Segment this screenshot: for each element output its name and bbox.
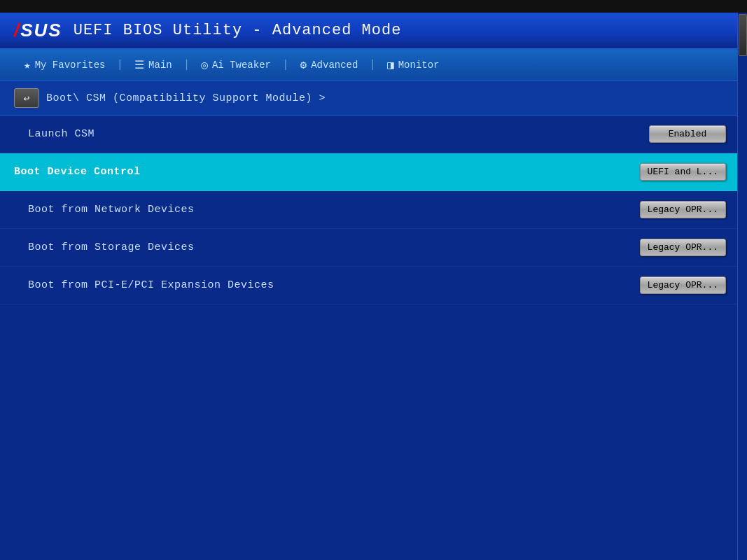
setting-label-boot-network: Boot from Network Devices — [28, 204, 195, 216]
nav-item-advanced[interactable]: ⚙ Advanced — [291, 55, 368, 75]
back-button[interactable]: ↩ — [14, 88, 39, 108]
setting-value-boot-device-control[interactable]: UEFI and L... — [640, 163, 726, 181]
scrollbar[interactable] — [737, 13, 747, 560]
setting-label-boot-device-control: Boot Device Control — [14, 166, 141, 178]
nav-sep-1: | — [115, 59, 125, 71]
header-title: UEFI BIOS Utility - Advanced Mode — [74, 22, 402, 39]
breadcrumb-text: Boot\ CSM (Compatibility Support Module)… — [46, 92, 326, 104]
main-icon: ☰ — [134, 58, 144, 72]
nav-sep-2: | — [182, 59, 192, 71]
monitor-icon: ◨ — [387, 58, 394, 72]
nav-item-ai-tweaker[interactable]: ◎ Ai Tweaker — [191, 55, 281, 75]
setting-label-boot-pci: Boot from PCI-E/PCI Expansion Devices — [28, 279, 274, 291]
setting-value-launch-csm[interactable]: Enabled — [649, 125, 726, 143]
ai-tweaker-icon: ◎ — [201, 58, 208, 72]
nav-item-main[interactable]: ☰ Main — [125, 55, 182, 75]
main-content: Launch CSM Enabled Boot Device Control U… — [0, 115, 747, 304]
advanced-icon: ⚙ — [300, 58, 307, 72]
nav-label-main: Main — [148, 59, 172, 71]
top-bar — [0, 0, 747, 13]
scrollbar-thumb[interactable] — [739, 14, 747, 56]
nav-sep-3: | — [281, 59, 291, 71]
breadcrumb-bar: ↩ Boot\ CSM (Compatibility Support Modul… — [0, 81, 747, 115]
setting-value-boot-pci[interactable]: Legacy OPR... — [640, 276, 726, 294]
nav-label-ai-tweaker: Ai Tweaker — [212, 59, 271, 71]
nav-label-advanced: Advanced — [311, 59, 358, 71]
asus-logo: /SUS — [14, 20, 62, 41]
setting-row-boot-device-control[interactable]: Boot Device Control UEFI and L... — [0, 153, 747, 191]
setting-row-boot-pci: Boot from PCI-E/PCI Expansion Devices Le… — [0, 267, 747, 304]
nav-item-favorites[interactable]: ★ My Favorites — [14, 55, 115, 75]
setting-label-launch-csm: Launch CSM — [28, 128, 95, 140]
setting-row-boot-storage: Boot from Storage Devices Legacy OPR... — [0, 229, 747, 267]
favorites-icon: ★ — [24, 58, 31, 72]
setting-value-boot-network[interactable]: Legacy OPR... — [640, 201, 726, 218]
nav-bar: ★ My Favorites | ☰ Main | ◎ Ai Tweaker |… — [0, 50, 747, 81]
nav-item-monitor[interactable]: ◨ Monitor — [377, 55, 449, 75]
header: /SUS UEFI BIOS Utility - Advanced Mode — [0, 13, 747, 50]
setting-label-boot-storage: Boot from Storage Devices — [28, 241, 195, 253]
nav-sep-4: | — [368, 59, 377, 71]
setting-value-boot-storage[interactable]: Legacy OPR... — [640, 239, 726, 256]
back-icon: ↩ — [24, 92, 29, 104]
nav-label-monitor: Monitor — [398, 59, 440, 71]
setting-row-boot-network: Boot from Network Devices Legacy OPR... — [0, 191, 747, 229]
setting-row-launch-csm: Launch CSM Enabled — [0, 115, 747, 153]
nav-label-favorites: My Favorites — [35, 59, 106, 71]
